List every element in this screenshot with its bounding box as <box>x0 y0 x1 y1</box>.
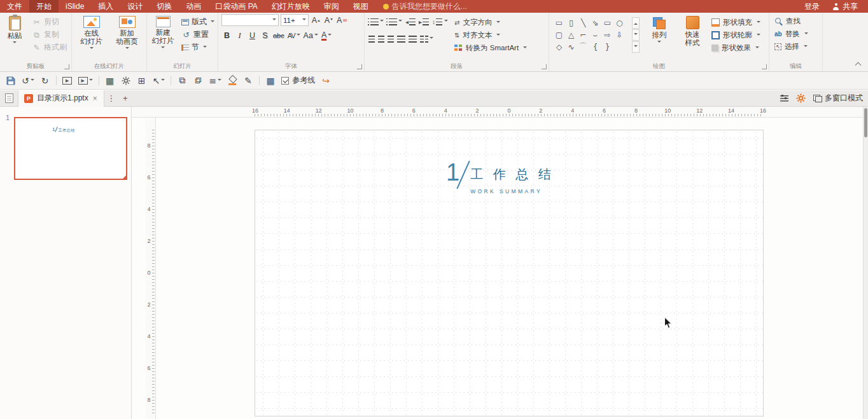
align-center-button[interactable] <box>378 36 384 43</box>
increase-indent-button[interactable]: ▸ <box>419 18 429 25</box>
shape-item[interactable]: } <box>601 41 613 53</box>
underline-button[interactable]: U <box>247 30 258 41</box>
shape-item[interactable]: ∿ <box>565 41 577 53</box>
dialog-launcher-icon[interactable] <box>357 64 362 69</box>
outline-color-button[interactable]: ✎ <box>243 74 253 87</box>
distribute-button[interactable] <box>409 36 417 43</box>
menu-design[interactable]: 设计 <box>120 0 150 13</box>
change-case-button[interactable]: Aa <box>303 30 319 41</box>
interface-settings-icon[interactable] <box>780 95 788 102</box>
shape-fill-button[interactable]: 形状填充 <box>711 17 760 29</box>
tab-more-button[interactable]: ⋮ <box>104 93 118 103</box>
shape-item[interactable]: ▢ <box>553 29 565 41</box>
shapes-scroll-down-button[interactable] <box>632 29 640 41</box>
shape-item[interactable]: ○ <box>613 17 626 29</box>
shape-item[interactable]: ⌒ <box>577 41 589 53</box>
shape-item[interactable]: { <box>589 41 601 53</box>
reset-guides-button[interactable]: ↪ <box>321 74 331 87</box>
text-shadow-button[interactable]: S <box>260 30 270 41</box>
collapse-ribbon-icon[interactable] <box>855 62 862 69</box>
play-settings-button[interactable]: ▶ <box>78 74 93 87</box>
character-spacing-button[interactable]: AV <box>287 30 301 41</box>
shape-item[interactable]: ╲ <box>577 17 589 29</box>
slide-title-block[interactable]: 1 工 作 总 结 WORK SUMMARY <box>446 160 554 195</box>
menu-slideshow[interactable]: 幻灯片放映 <box>265 0 317 13</box>
format-painter-button[interactable]: ✎格式刷 <box>29 41 69 53</box>
undo-button[interactable]: ↺ <box>22 74 34 87</box>
align-left-button[interactable] <box>368 36 375 43</box>
reset-button[interactable]: ↺重置 <box>179 29 217 41</box>
dialog-launcher-icon[interactable] <box>762 64 767 69</box>
bullets-button[interactable] <box>368 18 384 25</box>
horizontal-ruler[interactable]: 1614121086420246810121416 <box>132 107 863 118</box>
line-spacing-button[interactable]: ↕ <box>432 18 448 25</box>
multi-window-mode-button[interactable]: 多窗口模式 <box>813 93 863 104</box>
document-tab[interactable]: P 目录演示1.pptx × <box>18 90 104 107</box>
redo-button[interactable]: ↻ <box>40 74 50 87</box>
layout-button[interactable]: 版式 <box>179 16 217 28</box>
section-button[interactable]: 节 <box>179 41 217 53</box>
shape-item[interactable]: ⌣ <box>589 29 601 41</box>
menu-animations[interactable]: 动画 <box>179 0 208 13</box>
menu-file[interactable]: 文件 <box>0 0 29 13</box>
numbering-button[interactable] <box>387 18 402 25</box>
select-mode-button[interactable]: ↖ <box>153 74 165 87</box>
new-animation-page-button[interactable]: 新加 动画页 <box>111 15 144 51</box>
scrollbar-thumb[interactable] <box>864 108 867 137</box>
table-button[interactable]: ▦ <box>265 74 276 87</box>
vertical-ruler[interactable]: 864202468 <box>145 118 156 419</box>
align-text-button[interactable]: ⇅对齐文本 <box>454 29 527 41</box>
menu-transitions[interactable]: 切换 <box>150 0 179 13</box>
replace-button[interactable]: ab替换 <box>774 28 822 40</box>
menu-home[interactable]: 开始 <box>29 0 59 13</box>
send-backward-button[interactable]: ⧉ <box>193 74 203 87</box>
shape-item[interactable]: ◇ <box>553 41 565 53</box>
decrease-font-size-button[interactable]: A <box>323 15 334 26</box>
find-button[interactable]: 查找 <box>774 15 822 27</box>
guides-toggle[interactable]: 参考线 <box>281 75 315 86</box>
menu-insert[interactable]: 插入 <box>91 0 120 13</box>
play-from-start-button[interactable]: ▶ <box>62 74 73 87</box>
shape-item[interactable]: ▭ <box>601 17 613 29</box>
save-button[interactable] <box>6 74 16 87</box>
shapes-more-button[interactable] <box>632 41 640 53</box>
shape-outline-button[interactable]: 形状轮廓 <box>711 29 760 41</box>
justify-button[interactable] <box>397 36 405 43</box>
bold-button[interactable]: B <box>221 30 232 41</box>
increase-font-size-button[interactable]: A <box>311 15 321 26</box>
font-color-button[interactable]: A <box>321 30 332 41</box>
slide-thumbnail[interactable]: 1 工作总结 <box>14 117 127 180</box>
convert-smartart-button[interactable]: 转换为 SmartArt <box>454 42 527 54</box>
shape-item[interactable]: ▯ <box>565 17 577 29</box>
menu-review[interactable]: 审阅 <box>317 0 346 13</box>
shape-item[interactable]: △ <box>565 29 577 41</box>
shapes-scroll-up-button[interactable] <box>632 17 640 29</box>
tell-me-search[interactable]: 告诉我您想要做什么... <box>383 1 467 12</box>
gear-orange-icon[interactable] <box>796 93 806 103</box>
strikethrough-button[interactable]: abc <box>272 30 285 41</box>
text-direction-button[interactable]: ⇄文字方向 <box>454 17 527 29</box>
share-button[interactable]: 共享 <box>832 1 858 12</box>
settings-button[interactable] <box>121 74 131 87</box>
fill-color-button[interactable] <box>227 74 237 87</box>
shape-item[interactable]: ⇩ <box>613 29 626 41</box>
menu-islide[interactable]: iSlide <box>59 0 91 13</box>
paste-button[interactable]: 粘贴 <box>0 15 29 53</box>
dialog-launcher-icon[interactable] <box>64 64 69 69</box>
new-slide-button[interactable]: 新建 幻灯片 <box>147 15 179 53</box>
login-button[interactable]: 登录 <box>804 1 820 12</box>
dialog-launcher-icon[interactable] <box>542 64 547 69</box>
recent-files-button[interactable] <box>0 90 18 107</box>
quick-styles-button[interactable]: 快速 样式 <box>676 15 709 55</box>
shape-effects-button[interactable]: 形状效果 <box>711 42 760 54</box>
copy-button[interactable]: ⧉复制 <box>29 29 69 41</box>
shape-item[interactable]: ⌐ <box>577 29 589 41</box>
font-size-combobox[interactable]: 11+ <box>281 14 309 26</box>
clear-format-button[interactable]: A <box>336 15 347 26</box>
columns-button[interactable] <box>420 36 433 43</box>
menu-pocket-animation[interactable]: 口袋动画 PA <box>208 0 264 13</box>
fit-page-button[interactable]: ⊞ <box>137 74 147 87</box>
new-tab-button[interactable]: + <box>118 93 132 103</box>
cut-button[interactable]: ✂剪切 <box>29 16 69 28</box>
shape-item[interactable]: ⇘ <box>589 17 601 29</box>
